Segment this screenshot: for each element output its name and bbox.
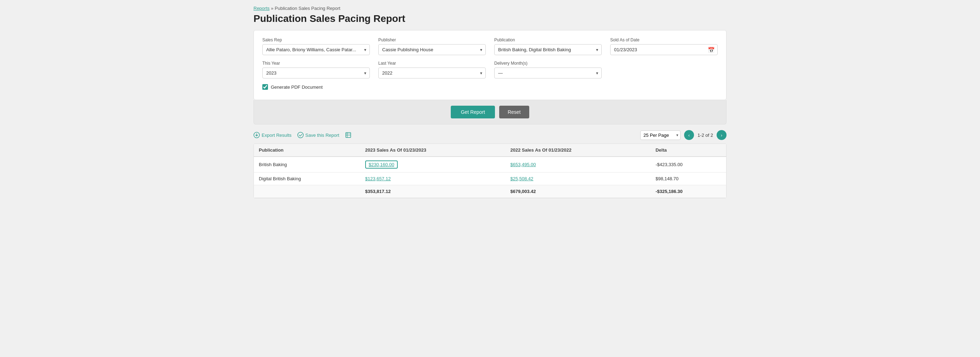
prev-page-button[interactable]: ‹	[684, 130, 694, 140]
sold-as-of-date-input[interactable]	[610, 44, 718, 55]
cell-2023-sales: $230,160.00	[360, 157, 506, 173]
export-results-link[interactable]: Export Results	[253, 132, 292, 138]
results-left: Export Results Save this Report	[253, 132, 352, 138]
per-page-select[interactable]: 25 Per Page 50 Per Page 100 Per Page	[640, 130, 681, 140]
publisher-label: Publisher	[378, 38, 486, 43]
cell-publication: British Baking	[254, 157, 360, 173]
table-row: British Baking $230,160.00 $653,495.00 -…	[254, 157, 726, 173]
delivery-months-select[interactable]: —	[494, 68, 602, 78]
sales-rep-select[interactable]: Allie Pataro, Briony Williams, Cassie Pa…	[262, 44, 370, 55]
publication-group: Publication British Baking, Digital Brit…	[494, 38, 602, 55]
save-report-link[interactable]: Save this Report	[298, 132, 339, 138]
generate-pdf-checkbox[interactable]	[262, 84, 268, 90]
col-2022-sales: 2022 Sales As Of 01/23/2022	[506, 144, 651, 157]
results-table-wrapper: Publication 2023 Sales As Of 01/23/2023 …	[253, 143, 727, 198]
save-label: Save this Report	[305, 133, 339, 138]
cell-total-2022: $679,003.42	[506, 185, 651, 198]
save-icon	[298, 132, 304, 138]
last-year-label: Last Year	[378, 61, 486, 66]
col-publication: Publication	[254, 144, 360, 157]
results-toolbar: Export Results Save this Report	[253, 130, 727, 140]
filter-card: Sales Rep Allie Pataro, Briony Williams,…	[253, 30, 727, 100]
generate-pdf-row: Generate PDF Document	[262, 84, 718, 90]
publication-label: Publication	[494, 38, 602, 43]
export-label: Export Results	[262, 133, 292, 138]
filter-row-2: This Year 2023 2022 2021 Last Year 2022 …	[262, 61, 718, 78]
publisher-select[interactable]: Cassie Publishing House	[378, 44, 486, 55]
col-2023-sales: 2023 Sales As Of 01/23/2023	[360, 144, 506, 157]
breadcrumb: Reports » Publication Sales Pacing Repor…	[253, 6, 727, 11]
pagination-info: 1-2 of 2	[697, 133, 713, 138]
get-report-button[interactable]: Get Report	[451, 106, 495, 118]
this-year-select[interactable]: 2023 2022 2021	[262, 68, 370, 78]
filter-row-1: Sales Rep Allie Pataro, Briony Williams,…	[262, 38, 718, 55]
sales-2022-link[interactable]: $653,495.00	[511, 162, 536, 167]
sales-2023-link[interactable]: $123,657.12	[365, 176, 391, 181]
table-header-row: Publication 2023 Sales As Of 01/23/2023 …	[254, 144, 726, 157]
publication-select[interactable]: British Baking, Digital British Baking	[494, 44, 602, 55]
sales-rep-label: Sales Rep	[262, 38, 370, 43]
delivery-months-label: Delivery Month(s)	[494, 61, 602, 66]
sold-as-of-date-label: Sold As of Date	[610, 38, 718, 43]
breadcrumb-reports-link[interactable]: Reports	[253, 6, 270, 11]
generate-pdf-label: Generate PDF Document	[271, 84, 323, 90]
last-year-group: Last Year 2022 2021 2020	[378, 61, 486, 78]
table-icon	[345, 132, 352, 138]
next-page-button[interactable]: ›	[717, 130, 727, 140]
sales-rep-group: Sales Rep Allie Pataro, Briony Williams,…	[262, 38, 370, 55]
cell-delta: $98,148.70	[651, 173, 726, 185]
sales-2022-link[interactable]: $25,508.42	[511, 176, 533, 181]
svg-point-1	[298, 132, 303, 138]
svg-rect-2	[346, 133, 351, 138]
page-title: Publication Sales Pacing Report	[253, 13, 727, 24]
cell-delta: -$423,335.00	[651, 157, 726, 173]
action-bar: Get Report Reset	[253, 100, 727, 124]
publisher-group: Publisher Cassie Publishing House	[378, 38, 486, 55]
col-delta: Delta	[651, 144, 726, 157]
table-row-total: $353,817.12 $679,003.42 -$325,186.30	[254, 185, 726, 198]
placeholder-group	[610, 61, 718, 78]
cell-2023-sales: $123,657.12	[360, 173, 506, 185]
delivery-months-group: Delivery Month(s) —	[494, 61, 602, 78]
sold-as-of-date-group: Sold As of Date 📅	[610, 38, 718, 55]
results-table: Publication 2023 Sales As Of 01/23/2023 …	[254, 144, 726, 198]
cell-total-2023: $353,817.12	[360, 185, 506, 198]
last-year-select[interactable]: 2022 2021 2020	[378, 68, 486, 78]
export-icon	[253, 132, 260, 138]
table-row: Digital British Baking $123,657.12 $25,5…	[254, 173, 726, 185]
cell-2022-sales: $25,508.42	[506, 173, 651, 185]
this-year-label: This Year	[262, 61, 370, 66]
cell-total-label	[254, 185, 360, 198]
reset-button[interactable]: Reset	[499, 106, 529, 118]
breadcrumb-current: Publication Sales Pacing Report	[275, 6, 340, 11]
cell-2022-sales: $653,495.00	[506, 157, 651, 173]
highlighted-value[interactable]: $230,160.00	[365, 160, 398, 168]
cell-publication: Digital British Baking	[254, 173, 360, 185]
this-year-group: This Year 2023 2022 2021	[262, 61, 370, 78]
breadcrumb-separator: »	[271, 6, 273, 11]
cell-total-delta: -$325,186.30	[651, 185, 726, 198]
results-right: 25 Per Page 50 Per Page 100 Per Page ‹ 1…	[640, 130, 727, 140]
